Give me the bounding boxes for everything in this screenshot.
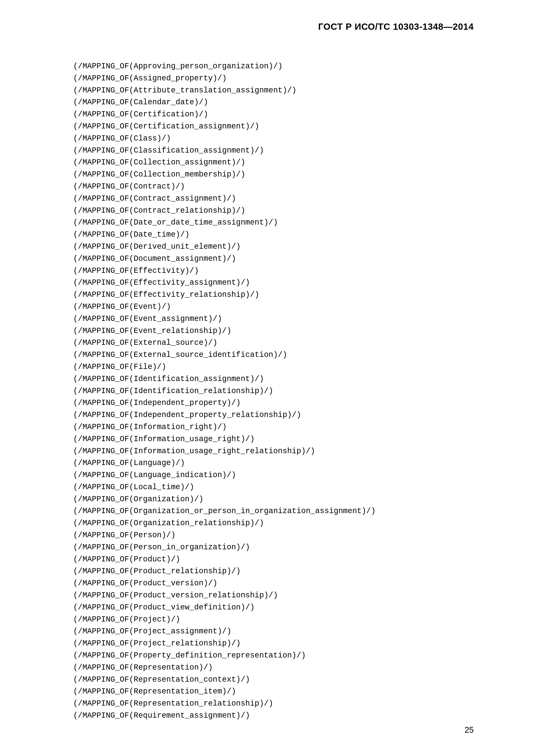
list-item: (/MAPPING_OF(Date_time)/) xyxy=(73,229,474,241)
list-item: (/MAPPING_OF(Derived_unit_element)/) xyxy=(73,241,474,253)
list-item: (/MAPPING_OF(Event)/) xyxy=(73,301,474,313)
list-item: (/MAPPING_OF(Representation_context)/) xyxy=(73,674,474,686)
list-item: (/MAPPING_OF(Effectivity)/) xyxy=(73,265,474,277)
list-item: (/MAPPING_OF(File)/) xyxy=(73,361,474,373)
list-item: (/MAPPING_OF(Contract_relationship)/) xyxy=(73,205,474,217)
list-item: (/MAPPING_OF(Product_view_definition)/) xyxy=(73,602,474,613)
list-item: (/MAPPING_OF(Property_definition_represe… xyxy=(73,650,474,662)
page-number: 25 xyxy=(465,725,474,735)
list-item: (/MAPPING_OF(Class)/) xyxy=(73,133,474,145)
list-item: (/MAPPING_OF(Document_assignment)/) xyxy=(73,253,474,265)
list-item: (/MAPPING_OF(Language)/) xyxy=(73,457,474,469)
code-block: (/MAPPING_OF(Approving_person_organizati… xyxy=(73,60,474,722)
list-item: (/MAPPING_OF(Project_relationship)/) xyxy=(73,637,474,650)
page-header: ГОСТ Р ИСО/ТС 10303-1348—2014 xyxy=(318,21,474,32)
list-item: (/MAPPING_OF(Organization)/) xyxy=(73,493,474,505)
list-item: (/MAPPING_OF(Product_version_relationshi… xyxy=(73,589,474,602)
list-item: (/MAPPING_OF(Collection_assignment)/) xyxy=(73,156,474,169)
list-item: (/MAPPING_OF(Effectivity_relationship)/) xyxy=(73,289,474,301)
list-item: (/MAPPING_OF(Collection_membership)/) xyxy=(73,169,474,180)
list-item: (/MAPPING_OF(Language_indication)/) xyxy=(73,469,474,481)
list-item: (/MAPPING_OF(Contract_assignment)/) xyxy=(73,193,474,205)
list-item: (/MAPPING_OF(Information_usage_right_rel… xyxy=(73,445,474,457)
list-item: (/MAPPING_OF(Event_assignment)/) xyxy=(73,313,474,325)
list-item: (/MAPPING_OF(Assigned_property)/) xyxy=(73,72,474,85)
list-item: (/MAPPING_OF(Effectivity_assignment)/) xyxy=(73,277,474,289)
list-item: (/MAPPING_OF(Calendar_date)/) xyxy=(73,96,474,108)
list-item: (/MAPPING_OF(Information_usage_right)/) xyxy=(73,433,474,445)
list-item: (/MAPPING_OF(Product_version)/) xyxy=(73,577,474,589)
list-item: (/MAPPING_OF(Approving_person_organizati… xyxy=(73,60,474,72)
list-item: (/MAPPING_OF(Project_assignment)/) xyxy=(73,625,474,637)
list-item: (/MAPPING_OF(Date_or_date_time_assignmen… xyxy=(73,217,474,229)
list-item: (/MAPPING_OF(Person)/) xyxy=(73,529,474,541)
list-item: (/MAPPING_OF(Representation)/) xyxy=(73,662,474,674)
list-item: (/MAPPING_OF(Local_time)/) xyxy=(73,481,474,493)
list-item: (/MAPPING_OF(External_source)/) xyxy=(73,337,474,349)
list-item: (/MAPPING_OF(Representation_relationship… xyxy=(73,698,474,710)
list-item: (/MAPPING_OF(Product_relationship)/) xyxy=(73,565,474,577)
list-item: (/MAPPING_OF(Project)/) xyxy=(73,613,474,626)
list-item: (/MAPPING_OF(Identification_assignment)/… xyxy=(73,373,474,385)
list-item: (/MAPPING_OF(External_source_identificat… xyxy=(73,349,474,361)
main-content: (/MAPPING_OF(Approving_person_organizati… xyxy=(73,56,474,722)
list-item: (/MAPPING_OF(Contract)/) xyxy=(73,180,474,193)
list-item: (/MAPPING_OF(Organization_relationship)/… xyxy=(73,517,474,529)
document-title: ГОСТ Р ИСО/ТС 10303-1348—2014 xyxy=(318,21,474,32)
list-item: (/MAPPING_OF(Independent_property_relati… xyxy=(73,409,474,421)
list-item: (/MAPPING_OF(Information_right)/) xyxy=(73,421,474,433)
list-item: (/MAPPING_OF(Certification)/) xyxy=(73,108,474,121)
list-item: (/MAPPING_OF(Certification_assignment)/) xyxy=(73,121,474,133)
list-item: (/MAPPING_OF(Person_in_organization)/) xyxy=(73,541,474,554)
list-item: (/MAPPING_OF(Attribute_translation_assig… xyxy=(73,85,474,96)
list-item: (/MAPPING_OF(Product)/) xyxy=(73,554,474,565)
page: ГОСТ Р ИСО/ТС 10303-1348—2014 (/MAPPING_… xyxy=(0,0,534,756)
list-item: (/MAPPING_OF(Requirement_assignment)/) xyxy=(73,710,474,722)
list-item: (/MAPPING_OF(Independent_property)/) xyxy=(73,397,474,409)
list-item: (/MAPPING_OF(Event_relationship)/) xyxy=(73,325,474,337)
list-item: (/MAPPING_OF(Classification_assignment)/… xyxy=(73,145,474,157)
list-item: (/MAPPING_OF(Identification_relationship… xyxy=(73,385,474,397)
list-item: (/MAPPING_OF(Representation_item)/) xyxy=(73,686,474,698)
list-item: (/MAPPING_OF(Organization_or_person_in_o… xyxy=(73,505,474,517)
